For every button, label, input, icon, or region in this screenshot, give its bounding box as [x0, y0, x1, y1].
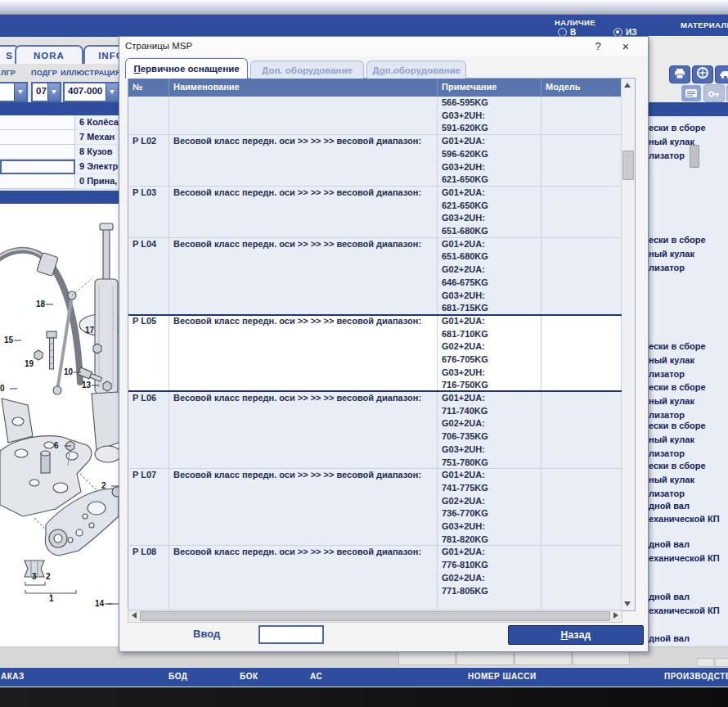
horizontal-scrollbar[interactable] — [128, 610, 622, 623]
parts-list-item[interactable]: ный кулак — [649, 249, 694, 259]
chevron-down-icon[interactable] — [47, 83, 60, 101]
category-row[interactable]: 0 Прина, — [0, 174, 119, 189]
callout-18[interactable]: 18 — [36, 299, 46, 308]
parts-list-item[interactable]: лизатор — [649, 369, 685, 379]
car-button[interactable] — [715, 65, 728, 83]
column-header-note[interactable]: Примечание — [438, 79, 542, 97]
column-header-num[interactable]: № — [128, 79, 169, 97]
help-button[interactable]: ? — [591, 39, 605, 54]
category-label[interactable]: 9 Электр — [75, 160, 119, 174]
parts-list-item[interactable]: ный кулак — [649, 435, 694, 444]
table-row[interactable]: 566-595KGG03+2UH:591-620KG — [128, 97, 622, 135]
table-row[interactable]: P L07Весовой класс передн. оси >> >> >> … — [128, 469, 622, 546]
table-row[interactable]: P L03Весовой класс передн. оси >> >> >> … — [128, 187, 622, 238]
function-key-label[interactable]: ПРОИЗВОДСТВО — [664, 672, 728, 681]
category-label[interactable]: 7 Механ — [75, 130, 119, 145]
category-label[interactable]: 0 Прина, — [75, 174, 119, 189]
table-row[interactable]: P L08Весовой класс передн. оси >> >> >> … — [128, 546, 622, 610]
callout-0[interactable]: 0 — [0, 384, 5, 393]
parts-list-item[interactable]: еханической КП — [649, 514, 720, 524]
category-label[interactable]: 6 Колёса — [75, 115, 119, 130]
back-button[interactable]: Назад — [508, 625, 644, 645]
category-label[interactable]: 8 Кузов — [75, 145, 119, 160]
close-icon[interactable]: × — [618, 39, 633, 54]
function-key-label[interactable]: НОМЕР ШАССИ — [468, 672, 537, 681]
group-combo[interactable] — [0, 82, 28, 102]
category-blank-cell[interactable] — [0, 115, 75, 130]
parts-list-item[interactable]: лизатор — [649, 448, 685, 458]
parts-list-item[interactable]: лизатор — [649, 263, 685, 272]
category-row[interactable]: 7 Механ — [0, 130, 119, 145]
category-row[interactable]: 9 Электр — [0, 160, 119, 174]
callout-10[interactable]: 10 — [64, 367, 74, 376]
scroll-right-icon[interactable] — [613, 612, 618, 619]
column-header-name[interactable]: Наименование — [169, 79, 438, 97]
function-key-label[interactable]: АС — [310, 672, 322, 681]
callout-15[interactable]: 15 — [4, 335, 14, 344]
key-button[interactable] — [703, 84, 725, 102]
parts-list-item[interactable]: ески в сборе — [649, 382, 706, 392]
table-row[interactable]: P L05Весовой класс передн. оси >> >> >> … — [128, 315, 622, 392]
category-row[interactable]: 8 Кузов — [0, 145, 119, 160]
tab-additional-equipment-2[interactable]: Доп.оборудование — [366, 61, 466, 79]
column-header-model[interactable]: Модель — [542, 79, 622, 97]
callout-14[interactable]: 14 — [95, 599, 105, 608]
category-blank-cell[interactable] — [0, 145, 75, 160]
parts-list-item[interactable]: ески в сборе — [649, 123, 706, 133]
scroll-down-icon[interactable] — [624, 601, 631, 606]
tab-nora[interactable]: NORA — [15, 45, 83, 64]
callout-6[interactable]: 6 — [54, 441, 59, 450]
parts-list-item[interactable]: дной вал — [649, 592, 690, 601]
parts-list-item[interactable]: лизатор — [649, 151, 685, 160]
subgroup-combo[interactable]: 07 — [31, 82, 61, 102]
parts-list-item[interactable]: ный кулак — [649, 396, 694, 406]
printer-button[interactable] — [669, 65, 690, 83]
list-scrollbar-thumb[interactable] — [690, 145, 699, 168]
scrollbar-thumb[interactable] — [140, 611, 610, 621]
parts-list-item[interactable]: ески в сборе — [649, 461, 706, 471]
callout-1[interactable]: 1 — [49, 594, 54, 603]
wheel-button[interactable] — [692, 65, 713, 83]
scrollbar-thumb[interactable] — [622, 151, 634, 180]
parts-list-item[interactable]: дной вал — [649, 633, 690, 643]
category-blank-cell[interactable] — [0, 160, 75, 174]
parts-list-item[interactable]: ески в сборе — [649, 235, 706, 245]
category-row[interactable]: 6 Колёса — [0, 115, 119, 130]
table-row[interactable]: P L02Весовой класс передн. оси >> >> >> … — [128, 135, 622, 187]
function-key-label[interactable]: АКАЗ — [1, 672, 25, 681]
chevron-down-icon[interactable] — [106, 83, 118, 101]
callout-17[interactable]: 17 — [85, 326, 95, 335]
parts-list-item[interactable]: еханической КП — [649, 606, 720, 615]
dialog-titlebar[interactable]: Страницы MSP ? × — [119, 37, 648, 56]
parts-list-item[interactable]: ески в сборе — [649, 341, 706, 351]
illustration-combo[interactable]: 407-000 — [63, 82, 119, 102]
table-row[interactable]: P L06Весовой класс передн. оси >> >> >> … — [128, 392, 622, 469]
category-blank-cell[interactable] — [0, 130, 75, 145]
function-key-label[interactable]: БОД — [169, 672, 187, 681]
suspension-illustration[interactable]: 18151917101306232114 — [0, 204, 119, 646]
parts-list-item[interactable]: дной вал — [649, 539, 690, 549]
parts-list-item[interactable]: лизатор — [649, 489, 685, 498]
parts-list-item[interactable]: ный кулак — [649, 475, 694, 484]
msp-code-input[interactable] — [258, 625, 324, 644]
table-row[interactable]: P L04Весовой класс передн. оси >> >> >> … — [128, 238, 622, 315]
callout-19[interactable]: 19 — [25, 359, 34, 368]
parts-diagram[interactable]: 18151917101306232114 — [0, 204, 119, 646]
callout-2[interactable]: 2 — [101, 481, 106, 490]
parts-list-item[interactable]: ный кулак — [649, 137, 694, 146]
scroll-left-icon[interactable] — [132, 612, 137, 619]
callout-3[interactable]: 3 — [32, 572, 37, 581]
category-blank-cell[interactable] — [0, 174, 75, 189]
callout-2[interactable]: 2 — [46, 572, 51, 581]
scroll-up-icon[interactable] — [624, 83, 631, 88]
parts-list-item[interactable]: ный кулак — [649, 355, 694, 365]
parts-list-item[interactable]: еханической КП — [649, 553, 720, 563]
list-card-button[interactable] — [681, 84, 702, 102]
vertical-scrollbar[interactable] — [621, 79, 635, 610]
tab-primary-equipment[interactable]: Первичное оснащение — [125, 58, 248, 79]
materials-label[interactable]: МАТЕРИАЛЫ — [681, 20, 728, 29]
parts-list-item[interactable]: ески в сборе — [649, 421, 706, 430]
parts-list-item[interactable]: лизатор — [649, 410, 685, 420]
function-key-label[interactable]: БОК — [240, 672, 258, 681]
tab-additional-equipment-1[interactable]: Доп. оборудование — [250, 61, 364, 79]
